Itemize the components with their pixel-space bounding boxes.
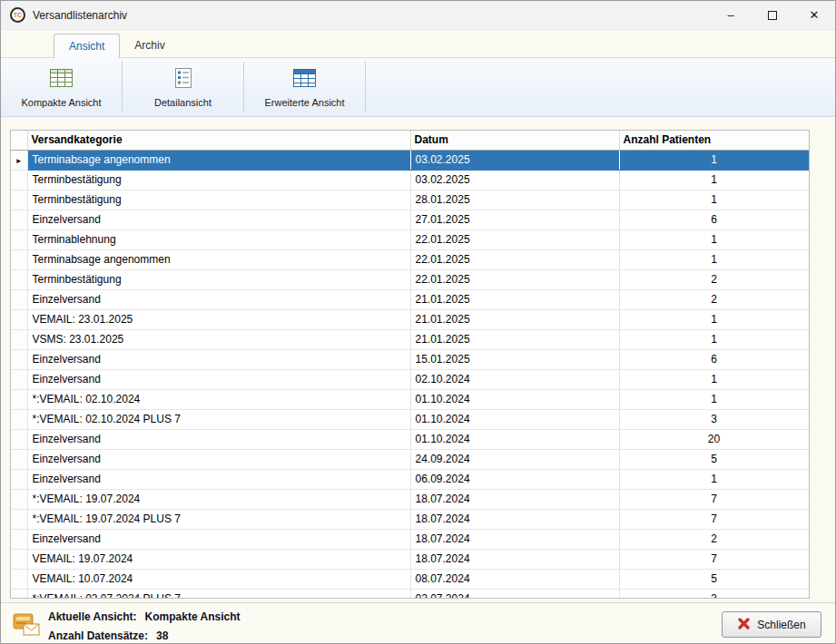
cell-datum: 27.01.2025 [410,210,619,229]
close-window-button[interactable]: ✕ [793,1,835,29]
cell-anzahl-patienten: 6 [619,210,809,229]
table-row[interactable]: Einzelversand06.09.20241 [11,469,809,489]
cell-datum: 21.01.2025 [410,289,619,309]
record-count-label: Anzahl Datensätze: [48,629,148,642]
table-row[interactable]: Einzelversand15.01.20256 [11,349,809,369]
table-row[interactable]: Terminablehnung22.01.20251 [11,229,809,249]
row-indicator-cell [11,369,27,389]
record-count-line: Anzahl Datensätze:38 [48,627,240,644]
current-view-label: Aktuelle Ansicht: [48,610,137,623]
table-row[interactable]: Terminbestätigung28.01.20251 [11,190,809,210]
table-row[interactable]: *:VEMAIL: 02.10.202401.10.20241 [11,389,809,409]
title-bar: TC Versandlistenarchiv – ✕ [1,1,835,30]
ribbon-toolbar: Kompakte Ansicht Detailansicht [1,57,835,117]
table-row[interactable]: Einzelversand18.07.20242 [11,529,809,549]
row-indicator-header [11,131,27,150]
table-row[interactable]: Einzelversand02.10.20241 [11,369,809,389]
selected-row-arrow-icon: ► [15,157,23,165]
cell-anzahl-patienten: 1 [619,190,809,210]
cell-versandkategorie: Terminbestätigung [27,190,410,210]
table-row[interactable]: *:VEMAIL: 19.07.202418.07.20247 [11,489,809,509]
cell-versandkategorie: Einzelversand [27,369,410,389]
cell-versandkategorie: *:VEMAIL: 02.10.2024 [27,389,410,409]
row-indicator-cell [11,389,27,409]
row-indicator-cell [11,349,27,369]
cell-datum: 22.01.2025 [410,269,619,289]
cell-versandkategorie: Einzelversand [27,210,410,229]
cell-datum: 22.01.2025 [410,229,619,249]
cell-versandkategorie: Terminablehnung [27,229,410,249]
toolbar-separator [365,62,366,112]
minimize-icon: – [727,8,733,22]
cell-datum: 08.07.2024 [410,569,619,589]
detailansicht-button[interactable]: Detailansicht [123,58,243,116]
cell-anzahl-patienten: 1 [619,249,809,269]
cell-datum: 28.01.2025 [410,190,619,210]
column-header-versandkategorie[interactable]: Versandkategorie [27,131,410,150]
cell-anzahl-patienten: 5 [619,569,809,589]
tab-strip: Ansicht Archiv [1,30,835,57]
cell-datum: 18.07.2024 [410,529,619,549]
cell-datum: 24.09.2024 [410,449,619,469]
cell-anzahl-patienten: 1 [619,329,809,349]
cell-versandkategorie: Einzelversand [27,349,410,369]
app-logo-icon: TC [10,7,25,23]
table-row[interactable]: VEMAIL: 10.07.202408.07.20245 [11,569,809,589]
column-header-datum[interactable]: Datum [410,131,619,150]
row-indicator-cell [11,309,27,329]
cell-datum: 01.10.2024 [410,409,619,429]
table-row[interactable]: VSMS: 23.01.202521.01.20251 [11,329,809,349]
cell-anzahl-patienten: 7 [619,549,809,569]
table-row[interactable]: *:VEMAIL: 19.07.2024 PLUS 718.07.20247 [11,509,809,529]
cell-versandkategorie: Einzelversand [27,469,410,489]
table-row[interactable]: VEMAIL: 23.01.202521.01.20251 [11,309,809,329]
close-window-icon: ✕ [810,8,820,22]
cell-anzahl-patienten: 7 [619,489,809,509]
tab-ansicht[interactable]: Ansicht [54,34,120,58]
cell-versandkategorie: *:VEMAIL: 02.10.2024 PLUS 7 [27,409,410,429]
cell-anzahl-patienten: 2 [619,289,809,309]
tab-archiv[interactable]: Archiv [120,34,179,57]
row-indicator-cell: ► [11,150,27,170]
table-row[interactable]: Einzelversand27.01.20256 [11,210,809,229]
erweiterte-ansicht-label: Erweiterte Ansicht [264,97,344,108]
row-indicator-cell [11,549,27,569]
compact-view-table-icon [49,67,74,91]
schliessen-button[interactable]: Schließen [722,611,821,638]
versandlistenarchiv-window: TC Versandlistenarchiv – ✕ Ansicht Archi… [0,0,836,644]
table-row[interactable]: Terminabsage angenommen22.01.20251 [11,249,809,269]
cell-datum: 18.07.2024 [410,509,619,529]
detailansicht-label: Detailansicht [154,97,211,108]
cell-versandkategorie: Terminbestätigung [27,170,410,190]
cell-versandkategorie: Einzelversand [27,449,410,469]
table-row[interactable]: *:VEMAIL: 02.07.2024 PLUS 702.07.20243 [11,589,809,599]
kompakte-ansicht-label: Kompakte Ansicht [21,97,101,108]
table-row[interactable]: ►Terminabsage angenommen03.02.20251 [11,150,809,170]
kompakte-ansicht-button[interactable]: Kompakte Ansicht [1,58,122,116]
table-row[interactable]: Terminbestätigung03.02.20251 [11,170,809,190]
cell-datum: 03.02.2025 [410,170,619,190]
row-indicator-cell [11,569,27,589]
cell-versandkategorie: VSMS: 23.01.2025 [27,329,410,349]
table-row[interactable]: *:VEMAIL: 02.10.2024 PLUS 701.10.20243 [11,409,809,429]
extended-view-table-icon [292,67,317,91]
cell-anzahl-patienten: 1 [619,229,809,249]
window-controls: – ✕ [710,1,835,29]
column-header-anzahl-patienten[interactable]: Anzahl Patienten [619,131,809,150]
row-indicator-cell [11,190,27,210]
row-indicator-cell [11,210,27,229]
table-row[interactable]: VEMAIL: 19.07.202418.07.20247 [11,549,809,569]
cell-datum: 02.10.2024 [410,369,619,389]
table-row[interactable]: Einzelversand24.09.20245 [11,449,809,469]
table-row[interactable]: Terminbestätigung22.01.20252 [11,269,809,289]
erweiterte-ansicht-button[interactable]: Erweiterte Ansicht [244,58,365,116]
maximize-button[interactable] [752,1,793,29]
cell-versandkategorie: Terminabsage angenommen [27,249,410,269]
minimize-button[interactable]: – [710,1,752,29]
row-indicator-cell [11,509,27,529]
status-footer: Aktuelle Ansicht:Kompakte Ansicht Anzahl… [1,602,835,643]
table-row[interactable]: Einzelversand01.10.202420 [11,429,809,449]
table-row[interactable]: Einzelversand21.01.20252 [11,289,809,309]
detail-view-document-icon [172,67,195,91]
red-x-icon [737,617,751,633]
